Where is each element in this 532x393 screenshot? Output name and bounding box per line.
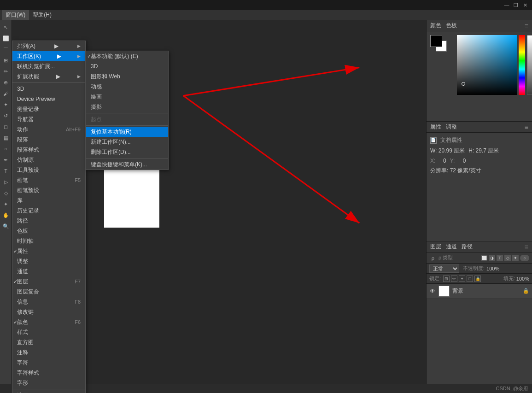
menu-paths[interactable]: 路径 [12,216,85,226]
tool-zoom[interactable]: 🔍 [1,221,11,231]
minimize-button[interactable]: — [503,2,510,8]
menu-color[interactable]: 颜色 F6 [12,317,85,327]
tab-properties[interactable]: 属性 [430,122,441,132]
menu-workspace[interactable]: 工作区(K)▶ [12,51,85,61]
lock-transparent-icon[interactable]: ⊞ [443,276,450,282]
menu-layers[interactable]: 图层 F7 [12,276,85,287]
tool-clone[interactable]: ✦ [1,100,11,110]
foreground-color-swatch[interactable] [430,35,442,47]
tool-eraser[interactable]: ◻ [1,122,11,132]
menu-3d[interactable]: 3D [12,84,85,94]
tool-heal[interactable]: ⊕ [1,77,11,88]
lock-image-icon[interactable]: ✏ [451,276,457,282]
lock-artboard-icon[interactable]: □ [467,276,473,282]
main-layout: ↖ ⬜ ⌒ ⊞ ✏ ⊕ 🖌 ✦ ↺ ◻ ▦ ○ ✒ T ▷ ◇ ✦ ✋ 🔍 [0,20,532,393]
tab-paths[interactable]: 路径 [462,242,473,252]
tool-select[interactable]: ⬜ [1,33,11,43]
menu-history[interactable]: 历史记录 [12,205,85,216]
table-row[interactable]: 👁 背景 🔒 [427,284,532,299]
menu-arrange[interactable]: 排列(A)▶ [12,41,85,51]
workspace-motion[interactable]: 动感 [86,82,168,92]
workspace-shortcuts[interactable]: 键盘快捷键和菜单(K)... [86,159,168,170]
tool-path-select[interactable]: ▷ [1,177,11,187]
menu-styles[interactable]: 样式 [12,327,85,337]
menu-glyphs[interactable]: 字形 [12,378,85,388]
menu-adjustments[interactable]: 调整 [12,256,85,266]
workspace-delete[interactable]: 删除工作区(D)... [86,147,168,157]
hue-bar[interactable] [519,35,525,95]
lock-position-icon[interactable]: + [459,276,465,282]
menu-tool-presets[interactable]: 工具预设 [12,165,85,175]
tool-pen[interactable]: ✒ [1,155,11,165]
menu-char-styles[interactable]: 字符样式 [12,368,85,378]
layer-visibility-toggle[interactable]: 👁 [429,288,436,294]
workspace-essentials[interactable]: 基本功能 (默认) (E) [86,51,168,61]
workspace-reset[interactable]: 复位基本功能(R) [86,127,168,137]
menu-measurement[interactable]: 测量记录 [12,104,85,114]
smart-filter-icon[interactable]: ✦ [512,255,519,261]
menu-item-window[interactable]: 窗口(W) [2,10,29,20]
menu-character[interactable]: 字符 [12,358,85,368]
layer-type-filter[interactable]: ρ [429,255,437,261]
menu-browse-extensions[interactable]: 联机浏览扩展... [12,61,85,71]
menu-swatches[interactable]: 色板 [12,226,85,236]
workspace-new[interactable]: 新建工作区(N)... [86,137,168,147]
tab-swatches[interactable]: 色板 [446,21,457,30]
tab-channels[interactable]: 通道 [446,242,457,252]
tool-brush[interactable]: 🖌 [1,88,11,99]
tab-adjustments[interactable]: 调整 [446,122,457,132]
type-filter-icon[interactable]: T [497,255,503,261]
menu-histogram[interactable]: 直方图 [12,337,85,347]
tool-3d[interactable]: ✦ [1,199,11,209]
filter-toggle[interactable]: ○ [520,255,529,261]
close-button[interactable]: ✕ [522,2,528,8]
menu-layer-comps[interactable]: 图层复合 [12,287,85,297]
adjustment-filter-icon[interactable]: ◑ [489,255,495,261]
tool-dodge[interactable]: ○ [1,144,11,154]
menu-info[interactable]: 信息 F8 [12,297,85,307]
menu-notes[interactable]: 注释 [12,347,85,358]
restore-button[interactable]: ❐ [513,2,519,8]
workspace-graphic-web[interactable]: 图形和 Web [86,71,168,82]
tool-move[interactable]: ↖ [1,22,11,32]
menu-library[interactable]: 库 [12,195,85,205]
menu-paragraph-styles[interactable]: 段落样式 [12,145,85,155]
workspace-3d[interactable]: 3D [86,61,168,71]
tool-type[interactable]: T [1,166,11,176]
menu-modifier[interactable]: 修改键 [12,307,85,317]
blend-mode-select[interactable]: 正常 [429,264,459,273]
workspace-photography[interactable]: 摄影 [86,102,168,112]
tool-history[interactable]: ↺ [1,111,11,121]
alpha-bar[interactable] [527,35,532,95]
tool-hand[interactable]: ✋ [1,210,11,220]
color-gradient[interactable] [457,35,517,95]
menu-paragraph[interactable]: 段落 [12,135,85,145]
tool-crop[interactable]: ⊞ [1,55,11,65]
layers-panel-menu-icon[interactable]: ≡ [525,243,528,251]
properties-panel-menu-icon[interactable]: ≡ [525,123,528,131]
tool-eyedrop[interactable]: ✏ [1,66,11,76]
tab-layers[interactable]: 图层 [430,242,441,252]
menu-actions[interactable]: 动作 Alt+F9 [12,124,85,135]
menu-brush[interactable]: 画笔 F5 [12,175,85,185]
menu-extensions[interactable]: 扩展功能▶ [12,71,85,82]
menu-brush-presets[interactable]: 画笔预设 [12,185,85,195]
menu-device-preview[interactable]: Device Preview [12,94,85,104]
menu-clone-source[interactable]: 仿制源 [12,155,85,165]
menu-navigator[interactable]: 导航器 [12,114,85,124]
workspace-painting[interactable]: 绘画 [86,92,168,102]
tool-lasso[interactable]: ⌒ [1,44,11,54]
menu-timeline[interactable]: 时间轴 [12,236,85,246]
pixel-filter-icon[interactable]: ⬜ [481,255,487,261]
menu-item-help[interactable]: 帮助(H) [29,10,55,20]
tool-gradient[interactable]: ▦ [1,133,11,143]
color-picker-area[interactable] [457,35,528,96]
menu-properties[interactable]: 属性 [12,246,85,256]
tool-shape[interactable]: ◇ [1,188,11,198]
lock-all-icon[interactable]: 🔒 [474,276,481,282]
tab-color[interactable]: 颜色 [430,21,441,30]
menu-channels[interactable]: 通道 [12,266,85,276]
color-panel-menu-icon[interactable]: ≡ [525,22,528,29]
shape-filter-icon[interactable]: ◇ [504,255,511,261]
menu-options[interactable]: 选项 [12,390,85,393]
